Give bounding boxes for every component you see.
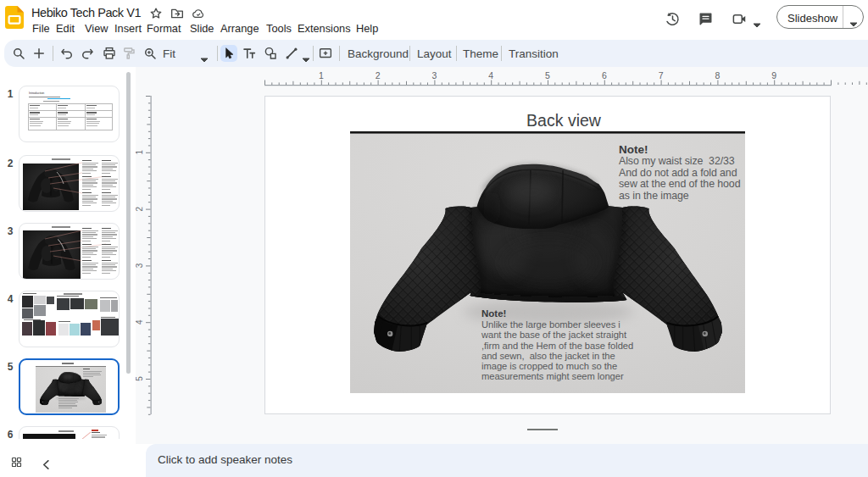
- svg-text:2: 2: [376, 70, 381, 80]
- svg-text:3: 3: [136, 263, 144, 268]
- svg-text:8: 8: [715, 70, 720, 80]
- svg-text:1: 1: [136, 150, 144, 155]
- svg-text:5: 5: [136, 376, 144, 381]
- svg-text:4: 4: [488, 70, 493, 80]
- svg-text:1: 1: [319, 70, 324, 80]
- svg-text:3: 3: [431, 70, 437, 80]
- svg-text:9: 9: [771, 70, 776, 80]
- svg-text:2: 2: [136, 206, 144, 211]
- svg-text:5: 5: [545, 70, 550, 80]
- svg-text:4: 4: [136, 319, 144, 324]
- svg-text:7: 7: [659, 70, 664, 80]
- svg-text:6: 6: [602, 70, 607, 80]
